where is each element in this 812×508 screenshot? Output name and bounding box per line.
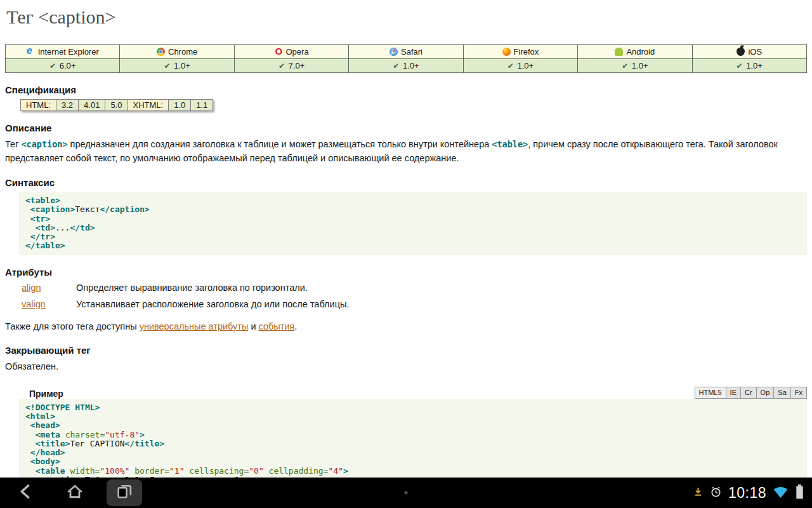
specification-heading: Спецификация <box>5 84 807 95</box>
code-line: </table> <box>25 241 801 250</box>
browser-support-table: Internet ExplorerChromeOperaSafariFirefo… <box>5 44 807 73</box>
browser-header-cell: iOS <box>692 45 806 59</box>
code-line: <body> <box>25 457 801 466</box>
browser-header-cell: Android <box>578 45 692 59</box>
specification-table: HTML:3.24.015.0XHTML:1.01.1 <box>20 99 213 111</box>
android-icon <box>615 48 623 56</box>
browser-version-cell: ✔ 6.0+ <box>6 59 120 73</box>
attribute-name-cell: valign <box>22 299 76 309</box>
attributes-list: alignОпределяет выравнивание заголовка п… <box>22 283 807 309</box>
check-icon: ✔ <box>278 62 285 70</box>
spec-cell: 1.1 <box>191 100 213 111</box>
code-line: <title>Тег CAPTION</title> <box>25 439 801 448</box>
browser-header-cell: Safari <box>349 45 463 59</box>
closing-tag-text: Обязателен. <box>5 359 807 373</box>
code-line: <table> <box>25 196 801 205</box>
doc-link[interactable]: события <box>259 321 295 331</box>
alarm-icon <box>710 486 722 500</box>
browser-version-cell: ✔ 1.0+ <box>692 59 806 73</box>
attribute-name-cell: align <box>22 283 76 293</box>
spec-cell: 5.0 <box>105 100 128 111</box>
browser-version-cell: ✔ 1.0+ <box>120 59 234 73</box>
example-header: Пример HTML5IECrOpSaFx <box>19 387 807 399</box>
browser-header-cell: Internet Explorer <box>6 45 120 59</box>
clock: 10:18 <box>728 485 766 502</box>
browser-version-row: ✔ 6.0+✔ 1.0+✔ 7.0+✔ 1.0+✔ 1.0+✔ 1.0+✔ 1.… <box>6 59 807 73</box>
code-line: <td>...</td> <box>25 224 801 232</box>
battery-icon <box>795 484 804 502</box>
spec-cell: HTML: <box>21 100 56 111</box>
browser-header-cell: Firefox <box>463 45 577 59</box>
recent-apps-icon <box>115 483 133 503</box>
example-heading: Пример <box>29 389 63 399</box>
system-navigation-bar: 10:18 <box>0 478 812 508</box>
firefox-icon <box>502 48 511 56</box>
inline-code: <table> <box>492 139 528 149</box>
attributes-heading: Атрибуты <box>5 267 807 277</box>
opera-icon <box>274 48 282 56</box>
check-icon: ✔ <box>164 62 170 70</box>
tab-op[interactable]: Op <box>757 387 775 399</box>
chrome-icon <box>157 48 165 56</box>
code-line: <html> <box>25 412 801 421</box>
tab-cr[interactable]: Cr <box>741 387 757 399</box>
attribute-description: Устанавливает расположение заголовка до … <box>76 299 807 309</box>
inline-code: <caption> <box>21 139 67 149</box>
browser-version-cell: ✔ 1.0+ <box>463 59 577 73</box>
browser-version-cell: ✔ 7.0+ <box>234 59 348 73</box>
spec-row: HTML:3.24.015.0XHTML:1.01.1 <box>21 100 213 111</box>
menu-dot[interactable] <box>405 491 408 495</box>
description-paragraph: Тег <caption> предназначен для создания … <box>5 137 807 166</box>
nav-buttons <box>0 479 142 506</box>
browser-version-cell: ✔ 1.0+ <box>578 59 692 73</box>
home-icon <box>66 483 84 503</box>
description-heading: Описание <box>5 123 807 133</box>
spec-cell: 4.01 <box>79 100 105 111</box>
doc-link[interactable]: универсальные атрибуты <box>140 321 249 331</box>
recent-apps-button[interactable] <box>107 479 142 506</box>
code-line: </tr> <box>25 232 801 241</box>
status-area: 10:18 <box>693 484 812 502</box>
ios-icon <box>737 48 745 56</box>
attribute-link[interactable]: valign <box>22 299 46 309</box>
code-line: <meta charset="utf-8"> <box>25 431 801 439</box>
check-icon: ✔ <box>393 62 399 70</box>
code-line: <!DOCTYPE HTML> <box>25 403 801 412</box>
browser-header-row: Internet ExplorerChromeOperaSafariFirefo… <box>6 45 807 59</box>
syntax-code: <table> <caption>Текст</caption> <tr> <t… <box>19 192 807 255</box>
closing-tag-heading: Закрывающий тег <box>5 345 807 356</box>
code-line: <head> <box>25 421 801 430</box>
notification-icon <box>693 486 704 500</box>
check-icon: ✔ <box>49 62 56 70</box>
code-line: </head> <box>25 448 801 457</box>
check-icon: ✔ <box>737 62 743 70</box>
spec-cell: 3.2 <box>56 100 79 111</box>
home-button[interactable] <box>57 479 93 506</box>
tab-sa[interactable]: Sa <box>774 387 790 399</box>
code-line: <table width="100%" border="1" cellspaci… <box>25 467 801 476</box>
check-icon: ✔ <box>622 62 628 70</box>
tab-fx[interactable]: Fx <box>791 387 807 399</box>
safari-icon <box>390 48 398 56</box>
code-line: <caption>Текст</caption> <box>25 205 801 214</box>
attribute-link[interactable]: align <box>22 283 41 293</box>
browser-header-cell: Chrome <box>120 45 234 59</box>
check-icon: ✔ <box>508 62 514 70</box>
spec-cell: 1.0 <box>169 100 191 111</box>
example-tabs: HTML5IECrOpSaFx <box>695 387 807 399</box>
code-line: <tr> <box>25 215 801 224</box>
tab-ie[interactable]: IE <box>726 387 741 399</box>
back-icon <box>16 483 34 503</box>
tab-html5[interactable]: HTML5 <box>695 387 726 399</box>
page-title: Тег <caption> <box>6 6 807 28</box>
back-button[interactable] <box>8 479 43 506</box>
browser-version-cell: ✔ 1.0+ <box>349 59 463 73</box>
wifi-icon <box>773 485 789 501</box>
spec-cell: XHTML: <box>128 100 169 111</box>
ie-icon <box>27 48 35 56</box>
page-content: Тег <caption> Internet ExplorerChromeOpe… <box>0 6 812 508</box>
browser-header-cell: Opera <box>234 45 348 59</box>
also-paragraph: Также для этого тега доступны универсаль… <box>5 319 807 333</box>
syntax-heading: Синтаксис <box>5 177 807 188</box>
attribute-description: Определяет выравнивание заголовка по гор… <box>76 283 807 293</box>
